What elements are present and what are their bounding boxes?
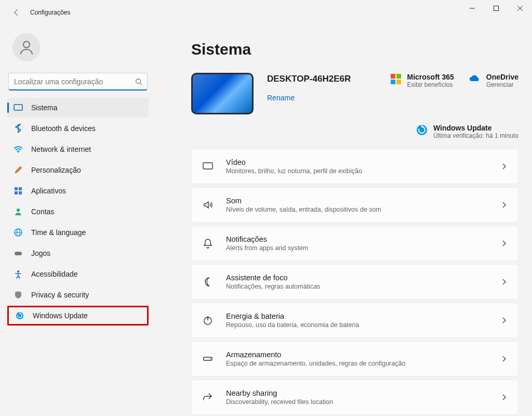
tile-subtitle: Exibir benefícios (407, 81, 454, 88)
sidebar-item-privacy[interactable]: Privacy & security (7, 285, 149, 305)
bluetooth-icon (14, 124, 23, 133)
card-video[interactable]: VídeoMonitores, brilho, luz noturna, per… (191, 149, 518, 184)
card-subtitle: Níveis de volume, saída, entrada, dispos… (226, 206, 381, 213)
accessibility-icon (14, 269, 23, 279)
system-icon (14, 103, 23, 112)
apps-icon (14, 186, 23, 196)
back-button[interactable] (12, 8, 21, 17)
rename-link[interactable]: Rename (267, 94, 351, 102)
window-controls (460, 0, 532, 17)
svg-point-13 (17, 209, 20, 212)
card-nearby-sharing[interactable]: Nearby sharingDiscoverability, received … (191, 380, 518, 415)
card-focus-assist[interactable]: Assistente de focoNotificações, regras a… (191, 264, 518, 300)
sidebar-item-windows-update[interactable]: Windows Update (7, 306, 149, 326)
card-title: Assistente de foco (226, 274, 320, 282)
device-name: DESKTOP-46H2E6R (267, 74, 351, 84)
chevron-right-icon (500, 201, 508, 209)
svg-point-18 (17, 270, 19, 272)
sidebar-item-label: Bluetooth & devices (31, 124, 96, 133)
svg-rect-23 (396, 80, 401, 84)
card-subtitle: Monitores, brilho, luz noturna, perfil d… (226, 167, 362, 175)
sidebar-item-apps[interactable]: Aplicativos (7, 181, 149, 201)
sidebar-item-time-language[interactable]: Time & language (7, 223, 149, 242)
sidebar-item-label: Aplicativos (31, 187, 66, 195)
brush-icon (14, 165, 23, 175)
sidebar-item-personalization[interactable]: Personalização (7, 160, 149, 180)
update-icon (15, 311, 24, 320)
sidebar-item-label: Privacy & security (31, 291, 89, 299)
tile-title: OneDrive (486, 73, 518, 81)
search-icon (135, 78, 142, 85)
svg-rect-11 (15, 191, 18, 194)
svg-point-4 (23, 42, 30, 48)
svg-point-29 (210, 358, 211, 359)
close-button[interactable] (508, 0, 532, 17)
sidebar-item-label: Acessibilidade (31, 270, 78, 278)
tile-onedrive[interactable]: OneDrive Gerenciar (469, 73, 518, 88)
sidebar-item-label: Windows Update (33, 311, 88, 320)
card-subtitle: Espaço de armazenamento, unidades, regra… (226, 360, 405, 367)
device-thumbnail (191, 73, 254, 114)
sidebar-item-label: Sistema (31, 103, 58, 112)
tile-subtitle: Gerenciar (486, 81, 518, 88)
chevron-right-icon (500, 278, 508, 285)
tile-subtitle: Última verificação: há 1 minuto (433, 132, 518, 139)
minimize-button[interactable] (460, 0, 484, 17)
svg-rect-22 (391, 80, 395, 84)
user-avatar[interactable] (12, 33, 41, 61)
person-icon (14, 207, 23, 216)
moon-icon (202, 276, 214, 288)
sidebar-item-label: Personalização (31, 166, 81, 174)
svg-rect-21 (396, 74, 401, 79)
card-sound[interactable]: SomNíveis de volume, saída, entrada, dis… (191, 187, 518, 223)
wifi-icon (14, 145, 23, 154)
chevron-right-icon (500, 240, 508, 247)
sidebar-item-bluetooth[interactable]: Bluetooth & devices (7, 119, 149, 138)
card-title: Som (226, 197, 381, 205)
shield-icon (14, 290, 23, 300)
card-subtitle: Notificações, regras automáticas (226, 283, 320, 290)
sidebar-item-label: Contas (31, 207, 54, 216)
sidebar: Sistema Bluetooth & devices Network & in… (0, 25, 156, 416)
svg-line-6 (140, 83, 142, 85)
bell-icon (202, 238, 214, 249)
svg-rect-17 (15, 252, 22, 255)
svg-rect-25 (203, 163, 212, 169)
search-input[interactable] (8, 73, 148, 90)
chevron-right-icon (500, 317, 508, 324)
sidebar-item-network[interactable]: Network & internet (7, 139, 149, 159)
card-power-battery[interactable]: Energia & bateriaRepouso, uso da bateria… (191, 303, 518, 338)
card-notifications[interactable]: NotificaçõesAlerts from apps and system (191, 226, 518, 261)
window-title: Configurações (30, 9, 70, 16)
tile-windows-update[interactable]: Windows Update Última verificação: há 1 … (416, 124, 518, 139)
card-subtitle: Repouso, uso da bateria, economia de bat… (226, 321, 359, 329)
sidebar-item-sistema[interactable]: Sistema (7, 98, 149, 118)
onedrive-icon (469, 73, 481, 85)
card-title: Vídeo (226, 158, 362, 166)
gamepad-icon (14, 249, 23, 258)
device-header: DESKTOP-46H2E6R Rename Microsoft 365 Exi… (191, 73, 518, 114)
tile-title: Microsoft 365 (407, 73, 454, 81)
card-subtitle: Alerts from apps and system (226, 244, 308, 252)
search-box[interactable] (8, 73, 148, 90)
svg-rect-7 (14, 105, 22, 110)
storage-icon (202, 353, 214, 365)
share-icon (202, 392, 214, 403)
sidebar-item-accounts[interactable]: Contas (7, 202, 149, 222)
speaker-icon (202, 199, 214, 211)
m365-icon (390, 73, 402, 85)
globe-icon (14, 228, 23, 237)
svg-point-8 (18, 152, 19, 153)
sidebar-item-gaming[interactable]: Jogos (7, 243, 149, 263)
title-bar: Configurações (0, 0, 532, 25)
tile-title: Windows Update (433, 124, 518, 132)
svg-point-5 (136, 79, 141, 84)
tile-microsoft365[interactable]: Microsoft 365 Exibir benefícios (390, 73, 454, 88)
sidebar-item-accessibility[interactable]: Acessibilidade (7, 264, 149, 284)
update-icon (416, 124, 428, 136)
card-storage[interactable]: ArmazenamentoEspaço de armazenamento, un… (191, 341, 518, 376)
svg-rect-20 (391, 74, 395, 79)
maximize-button[interactable] (484, 0, 508, 17)
display-icon (202, 161, 214, 172)
card-title: Notificações (226, 235, 308, 243)
